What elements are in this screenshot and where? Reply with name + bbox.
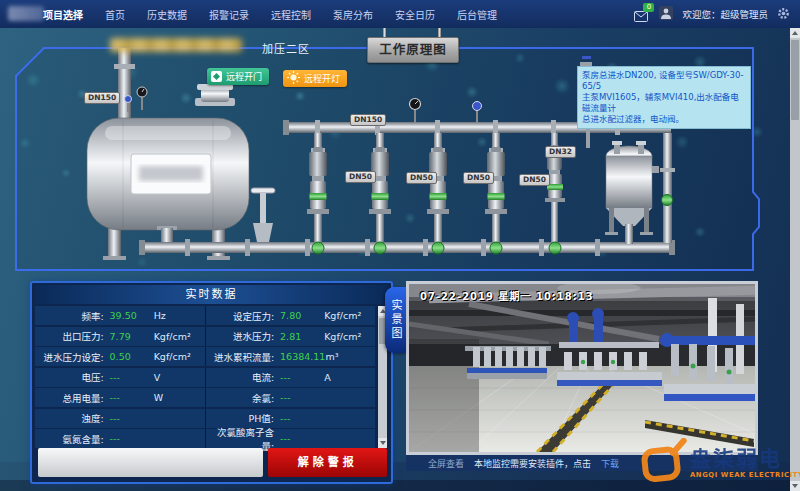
plugin-note: 本地监控需要安装插件，点击: [474, 457, 591, 470]
download-link[interactable]: 下载: [601, 457, 619, 470]
nav-item-pump-distribution[interactable]: 泵房分布: [322, 7, 384, 22]
pipe-label: DN32: [545, 146, 576, 158]
param-value: 7.80: [280, 310, 324, 321]
param-label: PH值:: [206, 411, 281, 425]
param-unit: Hz: [154, 310, 205, 321]
dismiss-alarm-button[interactable]: 解除警报: [268, 448, 387, 477]
live-view-tab[interactable]: 实景图: [385, 287, 406, 353]
nav-item-remote-control[interactable]: 远程控制: [260, 7, 322, 22]
alarm-text-display: [38, 448, 263, 477]
realtime-data-panel: 实时数据 频率:39.50Hz 设定压力:7.80Kgf/cm² 出口压力:7.…: [30, 281, 393, 484]
param-label: 总用电量:: [35, 391, 110, 405]
table-row: 电压:---V 电流:---A: [35, 368, 375, 387]
pipe-label: DN50: [519, 174, 550, 186]
page-scrollbar[interactable]: [790, 28, 800, 491]
door-icon: [211, 71, 222, 82]
param-label: 进水压力:: [206, 329, 281, 343]
param-value: ---: [110, 392, 154, 403]
fullscreen-view-link[interactable]: 全屏查看: [428, 457, 464, 470]
param-value: 7.79: [110, 331, 154, 342]
equipment-info-box: 泵房总进水DN200, 设备型号SW/GDY-30-65/5 主泵MVI1605…: [577, 66, 751, 129]
param-unit: Kgf/cm²: [324, 331, 375, 342]
welcome-text: 欢迎您：超级管理员: [682, 7, 768, 21]
param-label: 进水压力设定:: [35, 350, 110, 364]
param-label: 电流:: [206, 370, 281, 384]
info-line: 主泵MVI1605，辅泵MVI410,出水配备电磁流量计: [582, 92, 746, 114]
alarm-bar: 解除警报: [38, 448, 387, 477]
param-label: 设定压力:: [206, 309, 281, 323]
param-value: ---: [280, 392, 324, 403]
table-row: 频率:39.50Hz 设定压力:7.80Kgf/cm²: [35, 306, 375, 325]
principle-diagram-sign: 工作原理图: [367, 37, 459, 63]
param-unit: A: [324, 372, 375, 383]
nav-item-admin[interactable]: 后台管理: [446, 7, 508, 22]
param-label: 出口压力:: [35, 329, 110, 343]
top-nav-bar: 项目选择 首页 历史数据 报警记录 远程控制 泵房分布 安全日历 后台管理 0 …: [0, 0, 800, 28]
param-value: ---: [280, 433, 324, 444]
param-value: 0.50: [110, 351, 154, 362]
param-value: ---: [280, 372, 324, 383]
param-value: ---: [110, 433, 154, 444]
table-row: 进水压力设定:0.50Kgf/cm² 进水累积流量:16384.11m³: [35, 347, 375, 366]
pipe-label: DN50: [345, 171, 376, 183]
pipe-label: DN150: [350, 114, 386, 126]
redacted-project-name: [110, 38, 242, 52]
scrollbar-thumb[interactable]: [791, 40, 799, 120]
param-label: 浊度:: [35, 411, 110, 425]
param-unit: Kgf/cm²: [154, 351, 205, 362]
nav-menu: 项目选择 首页 历史数据 报警记录 远程控制 泵房分布 安全日历 后台管理: [32, 0, 508, 28]
param-value: ---: [280, 413, 324, 424]
info-line: 泵房总进水DN200, 设备型号SW/GDY-30-65/5: [582, 70, 746, 92]
camera-feed: [406, 281, 758, 455]
param-unit: m³: [325, 351, 375, 362]
param-value: ---: [110, 372, 154, 383]
camera-bottom-bar: 全屏查看 本地监控需要安装插件，点击 下载: [406, 455, 758, 471]
table-row: 总用电量:---W 余氯:---: [35, 388, 375, 407]
table-row: 出口压力:7.79Kgf/cm² 进水压力:2.81Kgf/cm²: [35, 327, 375, 346]
param-value: 16384.11: [280, 351, 325, 362]
nav-item-project-select[interactable]: 项目选择: [32, 7, 94, 22]
realtime-rows: 频率:39.50Hz 设定压力:7.80Kgf/cm² 出口压力:7.79Kgf…: [35, 306, 375, 450]
param-value: 39.50: [110, 310, 154, 321]
param-label: 电压:: [35, 370, 110, 384]
pipe-label: DN150: [84, 92, 120, 104]
gear-icon[interactable]: [777, 5, 790, 24]
scroll-down-icon[interactable]: [378, 438, 387, 448]
param-value: 2.81: [280, 331, 324, 342]
messages-button[interactable]: 0: [634, 7, 650, 21]
bulb-icon: [287, 71, 300, 86]
table-row: 氨氮含量:--- 次氯酸离子含量:---: [35, 429, 375, 448]
nav-item-alarm-records[interactable]: 报警记录: [198, 7, 260, 22]
pipe-label: DN50: [463, 172, 494, 184]
pipe-label: DN50: [406, 172, 437, 184]
nav-item-home[interactable]: 首页: [94, 7, 136, 22]
nav-item-safety-calendar[interactable]: 安全日历: [384, 7, 446, 22]
realtime-title: 实时数据: [35, 285, 388, 304]
zone-title: 加压二区: [262, 40, 310, 56]
param-unit: Kgf/cm²: [324, 310, 375, 321]
param-label: 氨氮含量:: [35, 432, 110, 446]
info-line: 总进水配过滤器，电动阀。: [582, 114, 746, 125]
scroll-up-icon[interactable]: [790, 28, 800, 38]
avatar[interactable]: [659, 5, 673, 24]
remote-light-button[interactable]: 远程开灯: [283, 70, 347, 87]
remote-open-door-button[interactable]: 远程开门: [207, 68, 269, 85]
param-unit: Kgf/cm²: [154, 331, 205, 342]
camera-timestamp: 07-22-2019 星期一 10:18:13: [420, 288, 594, 303]
param-unit: V: [154, 372, 205, 383]
camera-scene-graphic: [409, 284, 755, 452]
param-label: 频率:: [35, 309, 110, 323]
remote-door-label: 远程开门: [226, 70, 262, 83]
scroll-down-icon[interactable]: [790, 481, 800, 491]
message-count-badge: 0: [643, 3, 654, 12]
param-label: 进水累积流量:: [206, 350, 281, 364]
remote-light-label: 远程开灯: [304, 72, 340, 85]
param-unit: W: [154, 392, 205, 403]
param-label: 余氯:: [206, 391, 281, 405]
param-value: ---: [110, 413, 154, 424]
nav-item-history[interactable]: 历史数据: [136, 7, 198, 22]
